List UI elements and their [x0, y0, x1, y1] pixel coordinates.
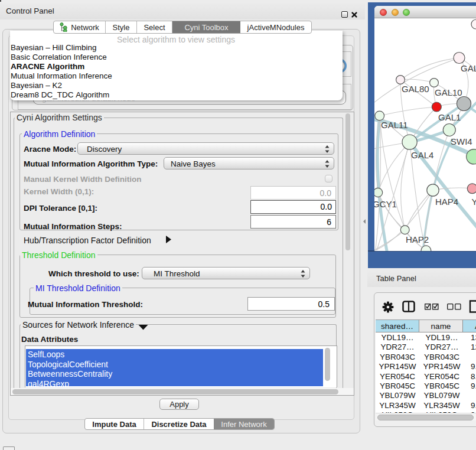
- svg-text:HAP4: HAP4: [435, 197, 458, 207]
- svg-text:GAL4: GAL4: [411, 150, 433, 160]
- svg-text:HAP2: HAP2: [406, 234, 429, 244]
- svg-text:GAL11: GAL11: [381, 120, 408, 130]
- svg-text:GAL10: GAL10: [435, 87, 462, 97]
- svg-text:GAL80: GAL80: [402, 84, 429, 94]
- svg-text:GAL1: GAL1: [438, 112, 461, 122]
- svg-text:YJ: YJ: [472, 197, 476, 207]
- svg-text:GCY1: GCY1: [374, 199, 397, 209]
- svg-text:GAL7: GAL7: [461, 63, 476, 73]
- svg-text:SWI4: SWI4: [451, 136, 472, 146]
